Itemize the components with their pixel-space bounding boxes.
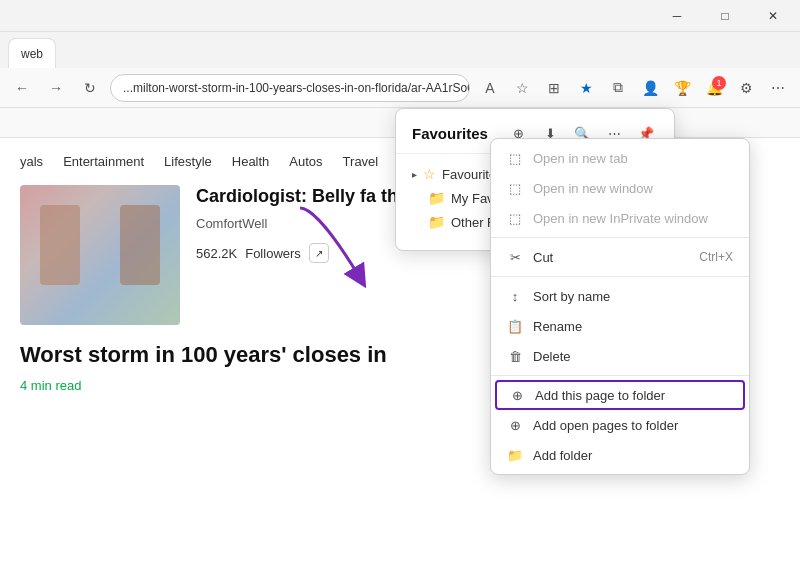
follow-button[interactable]: ↗ bbox=[309, 243, 329, 263]
settings-icon[interactable]: ⚙ bbox=[732, 74, 760, 102]
ctx-rename-label: Rename bbox=[533, 319, 582, 334]
profile-avatar: 👤 bbox=[642, 80, 659, 96]
favorites-address-icon[interactable]: ☆ bbox=[508, 74, 536, 102]
nav-lifestyle[interactable]: Lifestyle bbox=[164, 154, 212, 169]
my-favorites-folder-icon: 📁 bbox=[428, 190, 445, 206]
ctx-delete[interactable]: 🗑 Delete bbox=[491, 341, 749, 371]
reading-mode-icon[interactable]: A bbox=[476, 74, 504, 102]
maximize-button[interactable]: □ bbox=[702, 0, 748, 32]
ctx-delete-icon: 🗑 bbox=[507, 348, 523, 364]
split-view-icon[interactable]: ⊞ bbox=[540, 74, 568, 102]
trophy-icon[interactable]: 🏆 bbox=[668, 74, 696, 102]
followers-label: Followers bbox=[245, 246, 301, 261]
back-button[interactable]: ← bbox=[8, 74, 36, 102]
notifications-icon[interactable]: 🔔 1 bbox=[700, 74, 728, 102]
ctx-divider-2 bbox=[491, 276, 749, 277]
ctx-add-this-page-label: Add this page to folder bbox=[535, 388, 665, 403]
active-tab[interactable]: web bbox=[8, 38, 56, 68]
address-bar: ← → ↻ ...milton-worst-storm-in-100-years… bbox=[0, 68, 800, 108]
ctx-add-folder-label: Add folder bbox=[533, 448, 592, 463]
title-bar-controls: ─ □ ✕ bbox=[654, 0, 796, 32]
nav-travel[interactable]: Travel bbox=[343, 154, 379, 169]
favourites-bar-chevron: ▸ bbox=[412, 169, 417, 180]
close-button[interactable]: ✕ bbox=[750, 0, 796, 32]
article-image bbox=[20, 185, 180, 325]
ctx-cut-icon: ✂ bbox=[507, 249, 523, 265]
forward-button[interactable]: → bbox=[42, 74, 70, 102]
nav-health[interactable]: Health bbox=[232, 154, 270, 169]
ctx-divider-3 bbox=[491, 375, 749, 376]
ctx-cut-label: Cut bbox=[533, 250, 553, 265]
ctx-sort-by-name[interactable]: ↕ Sort by name bbox=[491, 281, 749, 311]
notification-badge: 1 bbox=[712, 76, 726, 90]
star-favorites-icon[interactable]: ★ bbox=[572, 74, 600, 102]
profile-icon[interactable]: 👤 bbox=[636, 74, 664, 102]
tab-bar: web bbox=[0, 32, 800, 68]
ctx-add-open-pages-icon: ⊕ bbox=[507, 417, 523, 433]
nav-yals[interactable]: yals bbox=[20, 154, 43, 169]
ctx-add-open-pages[interactable]: ⊕ Add open pages to folder bbox=[491, 410, 749, 440]
followers-count: 562.2K bbox=[196, 246, 237, 261]
context-menu: ⬚ Open in new tab ⬚ Open in new window ⬚… bbox=[490, 138, 750, 475]
ctx-add-open-pages-label: Add open pages to folder bbox=[533, 418, 678, 433]
ctx-open-inprivate: ⬚ Open in new InPrivate window bbox=[491, 203, 749, 233]
nav-entertainment[interactable]: Entertainment bbox=[63, 154, 144, 169]
ctx-open-new-window-label: Open in new window bbox=[533, 181, 653, 196]
other-favourites-folder-icon: 📁 bbox=[428, 214, 445, 230]
nav-autos[interactable]: Autos bbox=[289, 154, 322, 169]
title-bar: ─ □ ✕ bbox=[0, 0, 800, 32]
ctx-open-inprivate-icon: ⬚ bbox=[507, 210, 523, 226]
ctx-sort-icon: ↕ bbox=[507, 288, 523, 304]
address-input[interactable]: ...milton-worst-storm-in-100-years-close… bbox=[110, 74, 470, 102]
ctx-open-inprivate-label: Open in new InPrivate window bbox=[533, 211, 708, 226]
ctx-open-new-tab-label: Open in new tab bbox=[533, 151, 628, 166]
ctx-open-new-tab: ⬚ Open in new tab bbox=[491, 143, 749, 173]
ctx-cut-shortcut: Ctrl+X bbox=[699, 250, 733, 264]
ctx-sort-label: Sort by name bbox=[533, 289, 610, 304]
favourites-title: Favourites bbox=[412, 125, 488, 142]
ctx-delete-label: Delete bbox=[533, 349, 571, 364]
ctx-add-this-page-icon: ⊕ bbox=[509, 387, 525, 403]
ctx-open-new-window-icon: ⬚ bbox=[507, 180, 523, 196]
ctx-add-this-page[interactable]: ⊕ Add this page to folder bbox=[495, 380, 745, 410]
ctx-add-folder[interactable]: 📁 Add folder bbox=[491, 440, 749, 470]
ctx-cut[interactable]: ✂ Cut Ctrl+X bbox=[491, 242, 749, 272]
minimize-button[interactable]: ─ bbox=[654, 0, 700, 32]
toolbar-icons: A ☆ ⊞ ★ ⧉ 👤 🏆 🔔 1 ⚙ ⋯ bbox=[476, 74, 792, 102]
favourites-bar-star: ☆ bbox=[423, 166, 436, 182]
ctx-rename[interactable]: 📋 Rename bbox=[491, 311, 749, 341]
ctx-divider-1 bbox=[491, 237, 749, 238]
refresh-button[interactable]: ↻ bbox=[76, 74, 104, 102]
extensions-icon[interactable]: ⧉ bbox=[604, 74, 632, 102]
ctx-open-new-window: ⬚ Open in new window bbox=[491, 173, 749, 203]
ctx-add-folder-icon: 📁 bbox=[507, 447, 523, 463]
ctx-rename-icon: 📋 bbox=[507, 318, 523, 334]
ctx-open-new-tab-icon: ⬚ bbox=[507, 150, 523, 166]
more-options-icon[interactable]: ⋯ bbox=[764, 74, 792, 102]
